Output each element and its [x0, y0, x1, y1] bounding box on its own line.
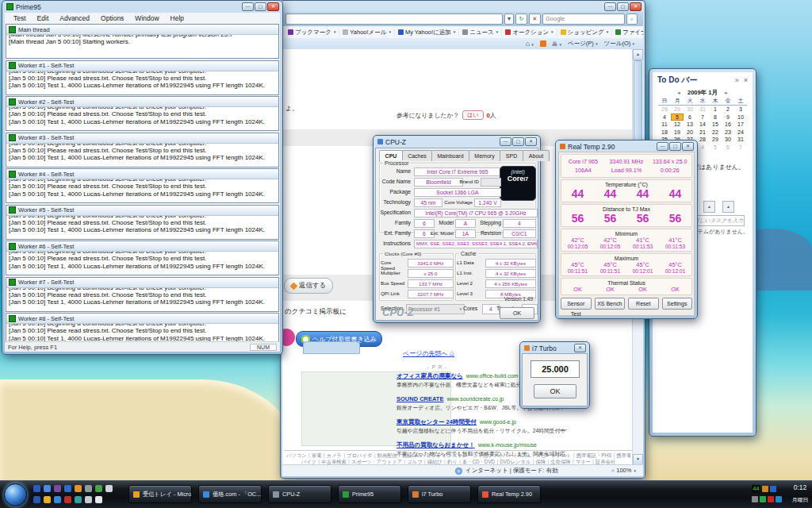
quick-launch-icon[interactable] — [44, 485, 51, 492]
yahoo-toolbar-item[interactable]: My Yahoo!に追加 — [396, 29, 459, 37]
taskbar-button[interactable]: CPU-Z — [268, 485, 331, 503]
yahoo-toolbar-item[interactable]: ニュース — [460, 29, 502, 37]
rss-icon[interactable] — [540, 40, 546, 47]
scroll-down-icon[interactable]: ▼ — [633, 454, 643, 465]
tray-icon[interactable] — [770, 486, 776, 492]
task-sort-icon[interactable]: ▲ — [703, 201, 715, 213]
calendar-date[interactable]: 1 — [709, 106, 722, 114]
menu-item[interactable]: Options — [95, 14, 129, 22]
helpful-yes-button[interactable]: はい — [462, 110, 483, 120]
home-icon[interactable]: ⌂ — [526, 40, 534, 48]
ad-title-link[interactable]: オフィス家具の廃棄なら — [396, 372, 463, 379]
address-dropdown-icon[interactable]: ▼ — [504, 13, 514, 25]
calendar-date[interactable]: 30 — [684, 106, 696, 114]
print-icon[interactable]: 🖶 — [552, 40, 562, 48]
browser-titlebar[interactable]: — ▢ ✕ — [281, 1, 645, 12]
menu-item[interactable]: Window — [129, 14, 164, 22]
calendar-month-title[interactable]: 2009年 1月 — [688, 89, 718, 97]
quick-launch-icon[interactable] — [64, 496, 71, 503]
ad-title-link[interactable]: 東京買取センター 24時間受付 — [396, 418, 477, 425]
calendar-date[interactable]: 29 — [671, 106, 684, 114]
worker-window[interactable]: Worker #6 - Self-Test [Jan 5 00:10] Begi… — [6, 241, 279, 275]
tray-icon[interactable] — [752, 496, 758, 502]
calendar-date[interactable]: 6 — [684, 114, 696, 121]
worker-window[interactable]: Worker #8 - Self-Test [Jan 5 00:10] Begi… — [6, 313, 279, 341]
worker-window[interactable]: Worker #4 - Self-Test [Jan 5 00:10] Begi… — [6, 168, 279, 203]
cpuz-tab[interactable]: Mainboard — [431, 150, 469, 161]
cpuz-tab[interactable]: Caches — [402, 150, 432, 161]
menu-item[interactable]: Edit — [32, 14, 55, 22]
calendar-date[interactable]: 17 — [734, 121, 747, 129]
worker-window[interactable]: Worker #2 - Self-Test [Jan 5 00:10] Begi… — [6, 96, 279, 131]
quick-launch-icon[interactable] — [85, 485, 92, 492]
cpuz-ok-button[interactable]: OK — [500, 307, 534, 319]
tray-icon[interactable] — [768, 496, 774, 502]
realtemp-close-button[interactable]: ✕ — [682, 142, 694, 151]
calendar-date[interactable]: 11 — [658, 121, 671, 129]
page-menu[interactable]: ページ(P) — [568, 40, 599, 48]
calendar-date[interactable]: 13 — [684, 121, 696, 129]
zoom-control[interactable]: ⌕ 100% ▼ — [611, 467, 637, 475]
i7turbo-ok-button[interactable]: OK — [534, 384, 576, 398]
calendar-date[interactable]: 31 — [734, 136, 747, 144]
taskbar-button[interactable]: 価格.com - 「OC... — [198, 485, 262, 503]
tray-icon[interactable] — [762, 486, 768, 492]
calendar-date[interactable]: 5 — [671, 114, 684, 121]
calendar-date[interactable]: 30 — [722, 136, 734, 144]
i7turbo-close-button[interactable]: ✕ — [574, 344, 586, 352]
worker-window[interactable]: Worker #7 - Self-Test [Jan 5 00:10] Begi… — [6, 277, 279, 312]
menu-item[interactable]: Help — [165, 14, 190, 22]
calendar-date[interactable]: 6 — [722, 144, 734, 152]
taskbar-button[interactable]: Real Temp 2.90 — [477, 485, 541, 503]
quick-launch-icon[interactable] — [95, 485, 102, 492]
calendar-date[interactable]: 23 — [722, 129, 734, 137]
calendar-date[interactable]: 16 — [722, 121, 734, 129]
calendar-date[interactable]: 19 — [671, 129, 684, 137]
menu-item[interactable]: Advanced — [54, 14, 95, 22]
calendar-next-icon[interactable]: ► — [724, 90, 729, 95]
browser-close-button[interactable]: ✕ — [630, 2, 642, 11]
taskbar-button[interactable]: i7 Turbo — [408, 485, 471, 503]
calendar-date[interactable]: 18 — [658, 129, 671, 137]
tools-menu[interactable]: ツール(O) — [604, 40, 635, 48]
quick-launch-icon[interactable] — [95, 496, 102, 503]
calendar-date[interactable]: 3 — [734, 106, 747, 114]
cpuz-close-button[interactable]: ✕ — [525, 137, 537, 146]
refresh-icon[interactable]: ↻ — [515, 13, 527, 25]
calendar-date[interactable]: 28 — [696, 136, 709, 144]
calendar-date[interactable]: 5 — [709, 144, 722, 152]
selection-dropdown[interactable]: Processor #1 ▼ — [406, 304, 465, 314]
realtemp-maximize-button[interactable]: ▢ — [669, 142, 681, 151]
quick-launch-icon[interactable] — [75, 496, 82, 503]
main-thread-window[interactable]: Main thread [Main thread Jan 5 00:10] Me… — [6, 24, 279, 59]
menu-item[interactable]: Test — [8, 14, 32, 22]
yahoo-toolbar-item[interactable]: ブックマーク — [285, 29, 339, 37]
quick-launch-icon[interactable] — [33, 485, 40, 492]
quick-launch-icon[interactable] — [54, 496, 61, 503]
search-input[interactable]: Google — [542, 13, 625, 25]
taskbar-button[interactable]: Prime95 — [338, 485, 401, 503]
tray-icon[interactable] — [776, 496, 782, 502]
cpuz-tab[interactable]: About — [523, 150, 550, 161]
realtemp-titlebar[interactable]: Real Temp 2.90 — ▢ ✕ — [556, 140, 697, 152]
worker-window[interactable]: Worker #3 - Self-Test [Jan 5 00:10] Begi… — [6, 133, 279, 167]
cpuz-tab[interactable]: SPD — [500, 150, 523, 161]
quick-launch-icon[interactable] — [44, 496, 51, 503]
prime95-close-button[interactable]: ✕ — [267, 2, 279, 11]
browser-minimize-button[interactable]: — — [604, 2, 616, 11]
calendar-date[interactable]: 15 — [709, 121, 722, 129]
calendar-date[interactable]: 10 — [734, 114, 747, 121]
calendar-date[interactable]: 31 — [696, 106, 709, 114]
calendar-date[interactable]: 7 — [734, 144, 747, 152]
yahoo-toolbar-item[interactable]: Yahoo!メール — [340, 29, 395, 37]
quick-launch-icon[interactable] — [33, 496, 40, 503]
quick-launch-icon[interactable] — [85, 496, 92, 503]
calendar-date[interactable]: 4 — [696, 144, 709, 152]
calendar-date[interactable]: 14 — [696, 121, 709, 129]
calendar-prev-icon[interactable]: ◄ — [676, 90, 681, 95]
ad-title-link[interactable]: 不用品の買取ならおまかせ！ — [396, 441, 475, 448]
browser-maximize-button[interactable]: ▢ — [617, 2, 629, 11]
calendar-date[interactable]: 9 — [722, 114, 734, 121]
start-button[interactable] — [4, 483, 27, 506]
todo-collapse-icon[interactable]: » — [735, 76, 739, 84]
